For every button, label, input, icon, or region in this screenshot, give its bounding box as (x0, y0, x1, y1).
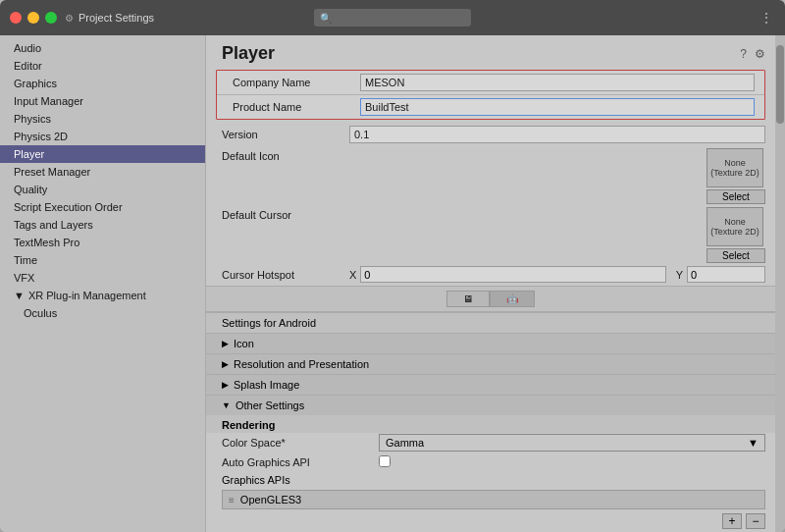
auto-graphics-label: Auto Graphics API (222, 456, 379, 468)
company-name-input[interactable] (360, 74, 755, 91)
hotspot-y-input[interactable] (687, 266, 765, 283)
panel-header: Player ? ⚙ (206, 35, 775, 68)
icon-section-label: Icon (234, 338, 254, 349)
gear-icon: ⚙ (65, 13, 74, 24)
sidebar: Audio Editor Graphics Input Manager Phys… (0, 35, 206, 532)
sidebar-item-player[interactable]: Player (0, 145, 205, 163)
sidebar-item-physics-2d[interactable]: Physics 2D (0, 128, 205, 145)
product-name-input[interactable] (360, 98, 755, 116)
project-settings-window: ⚙ Project Settings ⋮ Audio Editor Graphi… (0, 0, 785, 532)
panel-header-icons: ? ⚙ (740, 47, 765, 61)
default-icon-label: Default Icon (222, 148, 349, 162)
vertical-scrollbar[interactable] (775, 35, 785, 532)
drag-handle-icon[interactable]: ≡ (229, 495, 235, 505)
sidebar-item-vfx[interactable]: VFX (0, 269, 205, 287)
cursor-hotspot-x: X (349, 266, 666, 283)
color-space-label: Color Space* (222, 437, 379, 449)
graphics-api-item-opengl: ≡ OpenGLES3 (229, 493, 759, 506)
more-options-button[interactable]: ⋮ (758, 10, 775, 26)
search-input[interactable] (320, 13, 465, 24)
minimize-button[interactable] (27, 12, 39, 24)
add-api-button[interactable]: + (722, 513, 742, 529)
cursor-hotspot-y: Y (676, 266, 765, 283)
page-title: Player (222, 43, 275, 64)
company-name-label: Company Name (233, 77, 360, 88)
default-icon-select-button[interactable]: Select (706, 189, 765, 204)
platform-tabs: 🖥 🤖 (206, 286, 775, 312)
color-space-row: Color Space* Gamma ▼ (206, 433, 775, 452)
desktop-platform-tab[interactable]: 🖥 (446, 291, 490, 307)
sidebar-item-time[interactable]: Time (0, 251, 205, 269)
dropdown-arrow-icon: ▼ (748, 437, 759, 449)
default-cursor-row: Default Cursor None(Texture 2D) Select (206, 204, 775, 263)
auto-graphics-row: Auto Graphics API (206, 452, 775, 472)
resolution-arrow: ▶ (222, 359, 229, 369)
android-icon: 🤖 (506, 293, 518, 304)
other-settings-label: Other Settings (236, 399, 304, 411)
android-platform-tab[interactable]: 🤖 (490, 291, 535, 307)
color-space-value: Gamma (386, 437, 424, 449)
version-value (349, 126, 765, 143)
x-label: X (349, 269, 356, 281)
other-settings-section-header[interactable]: ▼ Other Settings (206, 395, 775, 415)
sidebar-item-graphics[interactable]: Graphics (0, 75, 205, 92)
sidebar-item-audio[interactable]: Audio (0, 39, 205, 57)
default-icon-right: None(Texture 2D) Select (349, 148, 765, 204)
sidebar-item-label: XR Plug-in Management (28, 290, 146, 301)
sidebar-item-physics[interactable]: Physics (0, 110, 205, 128)
sidebar-item-tags-and-layers[interactable]: Tags and Layers (0, 216, 205, 234)
search-bar[interactable] (314, 9, 471, 27)
product-name-row: Product Name (217, 95, 764, 119)
scroll-thumb[interactable] (776, 45, 784, 124)
rendering-label: Rendering (206, 415, 775, 433)
cursor-hotspot-label: Cursor Hotspot (222, 269, 349, 281)
default-icon-texture-col: None(Texture 2D) Select (706, 148, 765, 204)
company-name-row: Company Name (217, 71, 764, 95)
sidebar-item-xr-plugin[interactable]: ▼ XR Plug-in Management (0, 287, 205, 304)
sidebar-item-input-manager[interactable]: Input Manager (0, 92, 205, 110)
resolution-section-header[interactable]: ▶ Resolution and Presentation (206, 353, 775, 374)
graphics-apis-header: Graphics APIs (206, 472, 775, 488)
version-label: Version (222, 129, 349, 140)
splash-section-header[interactable]: ▶ Splash Image (206, 374, 775, 395)
splash-label: Splash Image (234, 379, 299, 391)
sidebar-item-oculus[interactable]: Oculus (0, 304, 205, 322)
default-icon-texture-label: None(Texture 2D) (710, 158, 759, 178)
default-cursor-label: Default Cursor (222, 207, 349, 221)
sidebar-item-preset-manager[interactable]: Preset Manager (0, 163, 205, 181)
sidebar-item-quality[interactable]: Quality (0, 181, 205, 198)
graphics-api-label: OpenGLES3 (240, 494, 301, 505)
maximize-button[interactable] (45, 12, 57, 24)
settings-icon[interactable]: ⚙ (755, 47, 765, 61)
titlebar: ⚙ Project Settings ⋮ (0, 0, 785, 35)
resolution-label: Resolution and Presentation (234, 358, 369, 370)
default-cursor-right: None(Texture 2D) Select (349, 207, 765, 263)
default-cursor-texture-col: None(Texture 2D) Select (706, 207, 765, 263)
version-input[interactable] (349, 126, 765, 143)
graphics-apis-list: ≡ OpenGLES3 (222, 490, 765, 509)
splash-arrow: ▶ (222, 380, 229, 390)
cursor-hotspot-row: Cursor Hotspot X Y (206, 263, 775, 286)
apis-footer: + − (206, 511, 775, 531)
other-settings-arrow: ▼ (222, 400, 231, 410)
sidebar-item-editor[interactable]: Editor (0, 57, 205, 75)
sidebar-item-textmesh-pro[interactable]: TextMesh Pro (0, 234, 205, 251)
help-icon[interactable]: ? (740, 47, 747, 61)
window-controls (10, 12, 57, 24)
color-space-value-container: Gamma ▼ (379, 434, 765, 452)
sidebar-item-script-execution-order[interactable]: Script Execution Order (0, 198, 205, 216)
collapse-icon: ▼ (14, 290, 25, 301)
icon-section-header[interactable]: ▶ Icon (206, 333, 775, 353)
company-name-value-container (360, 74, 755, 91)
hotspot-x-input[interactable] (360, 266, 665, 283)
default-cursor-select-button[interactable]: Select (706, 248, 765, 263)
color-space-dropdown[interactable]: Gamma ▼ (379, 434, 765, 452)
y-label: Y (676, 269, 683, 281)
product-name-label: Product Name (233, 101, 360, 113)
auto-graphics-checkbox[interactable] (379, 455, 391, 467)
default-icon-row: Default Icon None(Texture 2D) Select (206, 145, 775, 204)
product-name-value-container (360, 98, 755, 116)
icon-section-arrow: ▶ (222, 339, 229, 348)
close-button[interactable] (10, 12, 22, 24)
remove-api-button[interactable]: − (746, 513, 765, 529)
